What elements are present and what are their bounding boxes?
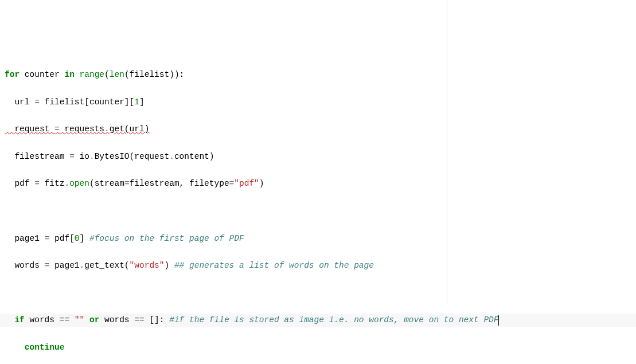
- code-line[interactable]: request = requests.get(url): [0, 123, 636, 136]
- builtin-open: open: [69, 179, 89, 188]
- text-cursor: [498, 315, 499, 326]
- keyword-if: if: [14, 315, 24, 324]
- keyword-in: in: [64, 70, 74, 79]
- keyword-or: or: [89, 315, 99, 324]
- comment: #if the file is stored as image i.e. no …: [169, 315, 498, 324]
- code-line[interactable]: page1 = pdf[0] #focus on the first page …: [0, 232, 636, 246]
- code-line-active[interactable]: if words == "" or words == []: #if the f…: [0, 314, 636, 327]
- code-line[interactable]: words = page1.get_text("words") ## gener…: [0, 259, 636, 273]
- builtin-len: len: [110, 70, 124, 79]
- comment: #focus on the first page of PDF: [89, 234, 244, 243]
- code-line-blank[interactable]: [0, 287, 636, 300]
- code-line[interactable]: pdf = fitz.open(stream=filestream, filet…: [0, 177, 636, 191]
- editor-ruler: [447, 0, 447, 304]
- comment: ## generates a list of words on the page: [174, 261, 374, 270]
- keyword-continue: continue: [25, 343, 65, 352]
- code-line-blank[interactable]: [0, 205, 636, 218]
- keyword-for: for: [5, 70, 19, 79]
- code-line[interactable]: filestream = io.BytesIO(request.content): [0, 150, 636, 164]
- code-line[interactable]: continue: [0, 341, 636, 355]
- code-editor[interactable]: for counter in range(len(filelist)): url…: [0, 0, 636, 364]
- lint-squiggle: request = requests.get(url): [5, 124, 149, 134]
- code-line[interactable]: for counter in range(len(filelist)):: [0, 68, 636, 82]
- code-line[interactable]: url = filelist[counter][1]: [0, 96, 636, 109]
- builtin-range: range: [80, 70, 105, 79]
- code-cell[interactable]: for counter in range(len(filelist)): url…: [0, 41, 636, 364]
